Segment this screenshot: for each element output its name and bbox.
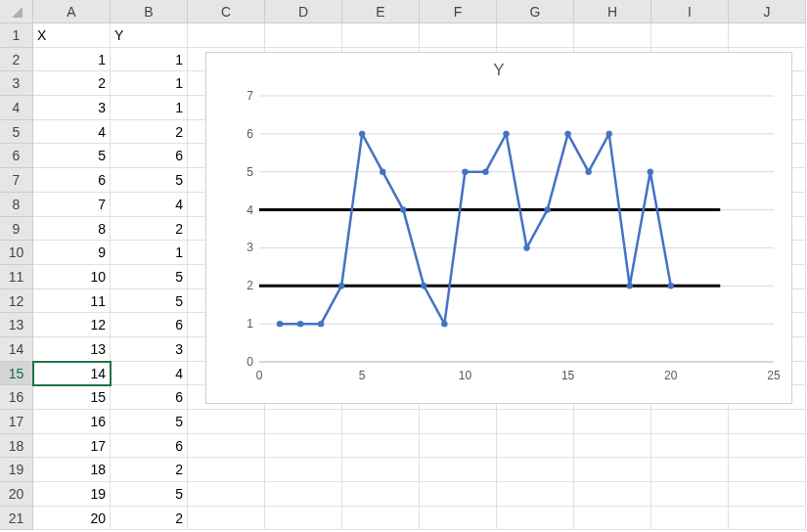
cell-A5[interactable]: 4 [33, 120, 111, 145]
cell-B14[interactable]: 3 [111, 337, 188, 362]
row-header-2[interactable]: 2 [0, 48, 33, 72]
cell-A11[interactable]: 10 [33, 265, 111, 289]
row-header-21[interactable]: 21 [0, 507, 33, 531]
cell-H1[interactable] [574, 23, 651, 48]
cell-C18[interactable] [188, 434, 265, 459]
cell-B12[interactable]: 5 [111, 289, 188, 314]
cell-H17[interactable] [574, 410, 651, 434]
cell-J17[interactable] [729, 410, 806, 434]
row-header-20[interactable]: 20 [0, 482, 33, 507]
row-header-19[interactable]: 19 [0, 458, 33, 482]
row-header-8[interactable]: 8 [0, 193, 33, 217]
cell-J1[interactable] [729, 23, 806, 48]
row-header-12[interactable]: 12 [0, 289, 33, 314]
row-header-16[interactable]: 16 [0, 385, 33, 410]
cell-B19[interactable]: 2 [111, 458, 188, 482]
cell-B16[interactable]: 6 [111, 385, 188, 410]
row-header-5[interactable]: 5 [0, 120, 33, 145]
column-header-E[interactable]: E [342, 0, 420, 23]
select-all-corner[interactable] [0, 0, 33, 23]
cell-A6[interactable]: 5 [33, 144, 111, 168]
cell-E20[interactable] [342, 482, 420, 507]
cell-B18[interactable]: 6 [111, 434, 188, 459]
embedded-chart[interactable]: Y 012345670510152025 [205, 52, 792, 404]
cell-C19[interactable] [188, 458, 265, 482]
cell-A14[interactable]: 13 [33, 337, 111, 362]
cell-I18[interactable] [651, 434, 729, 459]
cell-H20[interactable] [574, 482, 651, 507]
cell-A19[interactable]: 18 [33, 458, 111, 482]
cell-H18[interactable] [574, 434, 651, 459]
cell-J20[interactable] [729, 482, 806, 507]
cell-C17[interactable] [188, 410, 265, 434]
cell-H19[interactable] [574, 458, 651, 482]
row-header-3[interactable]: 3 [0, 71, 33, 96]
cell-G20[interactable] [497, 482, 574, 507]
cell-F19[interactable] [420, 458, 497, 482]
cell-B13[interactable]: 6 [111, 313, 188, 337]
cell-B20[interactable]: 5 [111, 482, 188, 507]
cell-A15[interactable]: 14 [33, 362, 111, 386]
cell-E1[interactable] [342, 23, 420, 48]
cell-B17[interactable]: 5 [111, 410, 188, 434]
cell-E18[interactable] [342, 434, 420, 459]
cell-J21[interactable] [729, 507, 806, 531]
cell-E19[interactable] [342, 458, 420, 482]
cell-B21[interactable]: 2 [111, 507, 188, 531]
column-header-F[interactable]: F [420, 0, 497, 23]
row-header-13[interactable]: 13 [0, 313, 33, 337]
cell-F20[interactable] [420, 482, 497, 507]
cell-B10[interactable]: 1 [111, 241, 188, 265]
cell-A2[interactable]: 1 [33, 48, 111, 72]
cell-B3[interactable]: 1 [111, 71, 188, 96]
column-header-D[interactable]: D [265, 0, 342, 23]
cell-F21[interactable] [420, 507, 497, 531]
cell-D21[interactable] [265, 507, 342, 531]
cell-B8[interactable]: 4 [111, 193, 188, 217]
column-header-H[interactable]: H [574, 0, 651, 23]
cell-A12[interactable]: 11 [33, 289, 111, 314]
cell-G1[interactable] [497, 23, 574, 48]
cell-G19[interactable] [497, 458, 574, 482]
row-header-7[interactable]: 7 [0, 168, 33, 193]
cell-A4[interactable]: 3 [33, 96, 111, 120]
row-header-18[interactable]: 18 [0, 434, 33, 459]
cell-G18[interactable] [497, 434, 574, 459]
cell-G17[interactable] [497, 410, 574, 434]
cell-C1[interactable] [188, 23, 265, 48]
cell-D19[interactable] [265, 458, 342, 482]
cell-I17[interactable] [651, 410, 729, 434]
cell-E21[interactable] [342, 507, 420, 531]
cell-B15[interactable]: 4 [111, 362, 188, 386]
cell-F17[interactable] [420, 410, 497, 434]
cell-F1[interactable] [420, 23, 497, 48]
cell-H21[interactable] [574, 507, 651, 531]
cell-A7[interactable]: 6 [33, 168, 111, 193]
cell-A21[interactable]: 20 [33, 507, 111, 531]
cell-B7[interactable]: 5 [111, 168, 188, 193]
cell-B11[interactable]: 5 [111, 265, 188, 289]
cell-I20[interactable] [651, 482, 729, 507]
row-header-11[interactable]: 11 [0, 265, 33, 289]
cell-B1[interactable]: Y [111, 23, 188, 48]
cell-B9[interactable]: 2 [111, 217, 188, 242]
column-header-A[interactable]: A [33, 0, 111, 23]
cell-I21[interactable] [651, 507, 729, 531]
cell-B2[interactable]: 1 [111, 48, 188, 72]
cell-A18[interactable]: 17 [33, 434, 111, 459]
row-header-14[interactable]: 14 [0, 337, 33, 362]
cell-A10[interactable]: 9 [33, 241, 111, 265]
cell-D1[interactable] [265, 23, 342, 48]
column-header-I[interactable]: I [651, 0, 729, 23]
cell-B6[interactable]: 6 [111, 144, 188, 168]
cell-E17[interactable] [342, 410, 420, 434]
cell-A1[interactable]: X [33, 23, 111, 48]
cell-I1[interactable] [651, 23, 729, 48]
column-header-C[interactable]: C [188, 0, 265, 23]
row-header-15[interactable]: 15 [0, 362, 33, 386]
row-header-9[interactable]: 9 [0, 217, 33, 242]
cell-A20[interactable]: 19 [33, 482, 111, 507]
cell-G21[interactable] [497, 507, 574, 531]
row-header-4[interactable]: 4 [0, 96, 33, 120]
cell-A13[interactable]: 12 [33, 313, 111, 337]
